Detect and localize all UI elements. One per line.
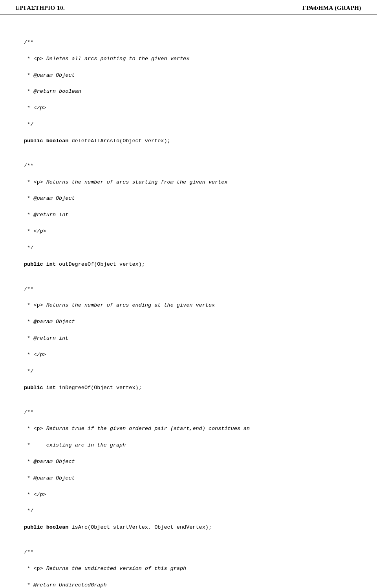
code-line: /** — [24, 285, 353, 294]
code-line: * @return int — [24, 334, 353, 343]
code-line: * existing arc in the graph — [24, 441, 353, 450]
code-line: * <p> Returns the undirected version of … — [24, 565, 353, 573]
code-line: */ — [24, 121, 353, 129]
page-header: ΕΡΓΑΣΤΗΡΙΟ 10. ΓΡΑΦΗΜΑ (GRAPH) — [0, 0, 377, 15]
header-right: ΓΡΑΦΗΜΑ (GRAPH) — [302, 5, 361, 11]
code-line: * <p> Returns the number of arcs startin… — [24, 178, 353, 187]
code-line: public boolean isArc(Object startVertex,… — [24, 524, 353, 532]
code-line: /** — [24, 548, 353, 557]
code-line: */ — [24, 507, 353, 515]
code-block: /** * <p> Deletes all arcs pointing to t… — [16, 23, 361, 588]
code-line: * </p> — [24, 228, 353, 236]
code-line: * @param Object — [24, 474, 353, 483]
code-line: public int outDegreeOf(Object vertex); — [24, 261, 353, 269]
code-line: * @param Object — [24, 195, 353, 203]
code-line: * <p> Returns the number of arcs ending … — [24, 301, 353, 310]
code-line: */ — [24, 368, 353, 376]
header-left: ΕΡΓΑΣΤΗΡΙΟ 10. — [16, 5, 65, 11]
code-line: * @return UndirectedGraph — [24, 581, 353, 588]
code-line: * @param Object — [24, 318, 353, 326]
code-line: * </p> — [24, 491, 353, 499]
code-line: /** — [24, 162, 353, 170]
code-line: * @param Object — [24, 72, 353, 80]
main-content: /** * <p> Deletes all arcs pointing to t… — [0, 15, 377, 588]
code-line: public int inDegreeOf(Object vertex); — [24, 384, 353, 392]
code-line: * </p> — [24, 351, 353, 359]
code-line: * @param Object — [24, 458, 353, 466]
code-line: * <p> Deletes all arcs pointing to the g… — [24, 55, 353, 63]
code-line: /** — [24, 39, 353, 47]
code-line: * </p> — [24, 104, 353, 112]
code-line: public boolean deleteAllArcsTo(Object ve… — [24, 137, 353, 145]
code-line: /** — [24, 408, 353, 417]
code-line: * @return boolean — [24, 88, 353, 96]
code-line: */ — [24, 244, 353, 252]
code-line: * <p> Returns true if the given ordered … — [24, 425, 353, 433]
page-container: ΕΡΓΑΣΤΗΡΙΟ 10. ΓΡΑΦΗΜΑ (GRAPH) /** * <p>… — [0, 0, 377, 588]
code-line: * @return int — [24, 211, 353, 219]
